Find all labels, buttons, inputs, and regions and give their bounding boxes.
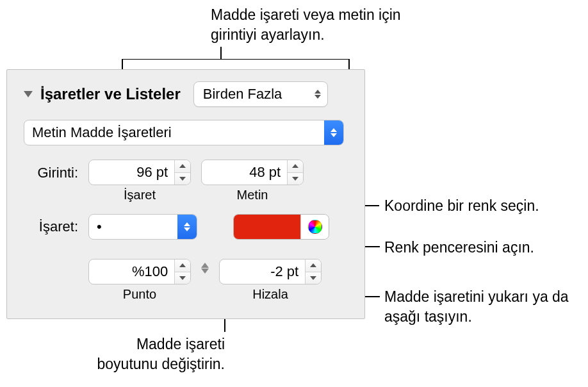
indent-label: Girinti: bbox=[24, 160, 78, 181]
stepper-down[interactable] bbox=[306, 272, 321, 284]
annotation-open-color: Renk penceresini açın. bbox=[384, 238, 534, 258]
stepper-up[interactable] bbox=[175, 259, 190, 272]
text-indent-sublabel: Metin bbox=[201, 188, 304, 202]
bullet-align-input[interactable] bbox=[220, 259, 305, 284]
annotation-move-bullet: Madde işaretini yukarı ya da aşağı taşıy… bbox=[384, 287, 576, 327]
bullet-type-value: Metin Madde İşaretleri bbox=[24, 120, 179, 145]
bullet-label: İşaret: bbox=[24, 218, 78, 235]
bullet-indent-stepper[interactable] bbox=[88, 160, 191, 185]
stepper-up[interactable] bbox=[306, 259, 321, 272]
bullet-char-popup[interactable]: • bbox=[88, 214, 197, 240]
bullets-lists-panel: İşaretler ve Listeler Birden Fazla Metin… bbox=[6, 69, 365, 319]
baseline-shift-icon bbox=[201, 259, 209, 274]
updown-icon bbox=[314, 90, 321, 99]
stepper-up[interactable] bbox=[288, 160, 303, 173]
text-indent-stepper[interactable] bbox=[201, 160, 304, 185]
stepper-down[interactable] bbox=[288, 173, 303, 185]
section-title: İşaretler ve Listeler bbox=[40, 85, 181, 103]
annotation-coord-color: Koordine bir renk seçin. bbox=[384, 196, 539, 216]
bullet-size-input[interactable] bbox=[89, 259, 174, 284]
bullet-indent-input[interactable] bbox=[89, 160, 174, 185]
bullet-type-popup[interactable]: Metin Madde İşaretleri bbox=[24, 120, 344, 145]
stepper-up[interactable] bbox=[175, 160, 190, 173]
color-swatch[interactable] bbox=[234, 215, 300, 239]
bullet-indent-sublabel: İşaret bbox=[88, 188, 191, 202]
bullet-align-sublabel: Hizala bbox=[219, 287, 322, 302]
callout-bracket-top bbox=[122, 59, 350, 60]
bullet-char-value: • bbox=[89, 215, 110, 239]
updown-icon bbox=[177, 215, 197, 239]
text-indent-input[interactable] bbox=[202, 160, 287, 185]
annotation-change-size: Madde işareti boyutunu değiştirin. bbox=[90, 334, 225, 374]
stepper-down[interactable] bbox=[175, 173, 190, 185]
bullet-size-sublabel: Punto bbox=[88, 287, 191, 302]
color-well bbox=[233, 214, 329, 240]
list-style-popup[interactable]: Birden Fazla bbox=[193, 81, 328, 107]
stepper-down[interactable] bbox=[175, 272, 190, 284]
bullet-size-stepper[interactable] bbox=[88, 259, 191, 284]
bullet-align-stepper[interactable] bbox=[219, 259, 322, 284]
color-picker-button[interactable] bbox=[300, 215, 329, 239]
color-wheel-icon bbox=[308, 220, 322, 234]
annotation-indent: Madde işareti veya metin için girintiyi … bbox=[211, 5, 416, 45]
chevron-down-icon[interactable] bbox=[24, 91, 33, 97]
list-style-value: Birden Fazla bbox=[203, 86, 282, 103]
updown-icon bbox=[324, 120, 343, 145]
callout-line bbox=[220, 47, 222, 60]
